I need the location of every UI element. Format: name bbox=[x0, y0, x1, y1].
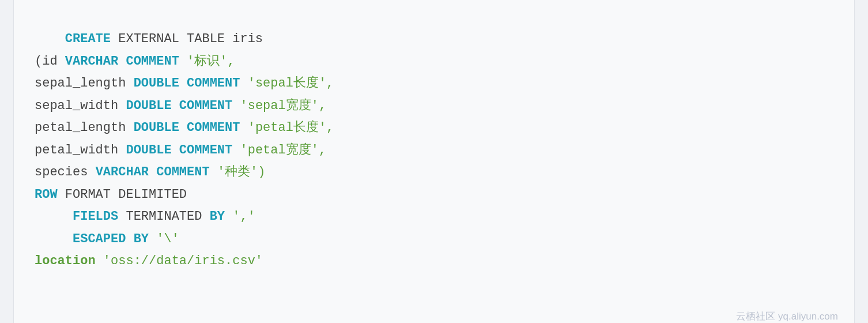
keyword-by-1: BY bbox=[210, 209, 225, 224]
keyword-comment-6: COMMENT bbox=[149, 165, 217, 179]
str-5: 'petal宽度', bbox=[240, 143, 326, 157]
keyword-double-2: DOUBLE bbox=[126, 99, 171, 113]
keyword-location: location bbox=[35, 254, 96, 268]
keyword-varchar-1: VARCHAR bbox=[65, 54, 118, 69]
line5: petal_length DOUBLE COMMENT 'petal长度', bbox=[35, 121, 334, 135]
str-7: ',' bbox=[225, 209, 270, 224]
str-8: '\' bbox=[149, 232, 194, 246]
keyword-create: CREATE bbox=[65, 32, 111, 46]
line8-rest: FORMAT DELIMITED bbox=[58, 187, 187, 202]
str-9: 'oss://data/iris.csv' bbox=[96, 254, 263, 268]
str-4: 'petal长度', bbox=[248, 121, 334, 135]
line6: petal_width DOUBLE COMMENT 'petal宽度', bbox=[35, 143, 326, 157]
line11: location 'oss://data/iris.csv' bbox=[35, 254, 263, 268]
line10-rest bbox=[126, 232, 133, 246]
str-1: '标识', bbox=[187, 54, 235, 69]
keyword-double-3: DOUBLE bbox=[134, 121, 179, 135]
line10: ESCAPED BY '\' bbox=[35, 232, 194, 246]
keyword-row: ROW bbox=[35, 187, 58, 202]
field-sepal-width: sepal_width bbox=[35, 99, 126, 113]
line9: FIELDS TERMINATED BY ',' bbox=[35, 209, 270, 224]
keyword-comment-5: COMMENT bbox=[172, 143, 240, 157]
field-petal-width: petal_width bbox=[35, 143, 126, 157]
indent-1 bbox=[35, 209, 73, 224]
keyword-comment-1: COMMENT bbox=[118, 54, 187, 69]
keyword-comment-4: COMMENT bbox=[179, 121, 248, 135]
keyword-varchar-2: VARCHAR bbox=[96, 165, 149, 179]
indent-2 bbox=[35, 232, 73, 246]
keyword-comment-2: COMMENT bbox=[179, 76, 248, 91]
terminated: TERMINATED bbox=[118, 209, 209, 224]
line3: sepal_length DOUBLE COMMENT 'sepal长度', bbox=[35, 76, 334, 91]
str-2: 'sepal长度', bbox=[248, 76, 334, 91]
line2-paren: (id bbox=[35, 54, 65, 69]
code-container: CREATE EXTERNAL TABLE iris (id VARCHAR C… bbox=[13, 0, 855, 323]
keyword-double-4: DOUBLE bbox=[126, 143, 171, 157]
keyword-comment-3: COMMENT bbox=[172, 99, 240, 113]
keyword-fields: FIELDS bbox=[73, 209, 118, 224]
line4: sepal_width DOUBLE COMMENT 'sepal宽度', bbox=[35, 99, 326, 113]
str-3: 'sepal宽度', bbox=[240, 99, 326, 113]
line2: (id VARCHAR COMMENT '标识', bbox=[35, 54, 235, 69]
field-species: species bbox=[35, 165, 96, 179]
code-block: CREATE EXTERNAL TABLE iris (id VARCHAR C… bbox=[35, 6, 833, 317]
line1-rest: EXTERNAL TABLE iris bbox=[111, 32, 263, 46]
str-6: '种类') bbox=[217, 165, 266, 179]
keyword-double-1: DOUBLE bbox=[134, 76, 179, 91]
field-sepal-length: sepal_length bbox=[35, 76, 134, 91]
line7: species VARCHAR COMMENT '种类') bbox=[35, 165, 265, 179]
line8: ROW FORMAT DELIMITED bbox=[35, 187, 187, 202]
keyword-escaped: ESCAPED bbox=[73, 232, 126, 246]
line1: CREATE EXTERNAL TABLE iris bbox=[65, 32, 263, 46]
field-petal-length: petal_length bbox=[35, 121, 134, 135]
keyword-by-2: BY bbox=[134, 232, 149, 246]
watermark: 云栖社区 yq.aliyun.com bbox=[736, 310, 838, 323]
